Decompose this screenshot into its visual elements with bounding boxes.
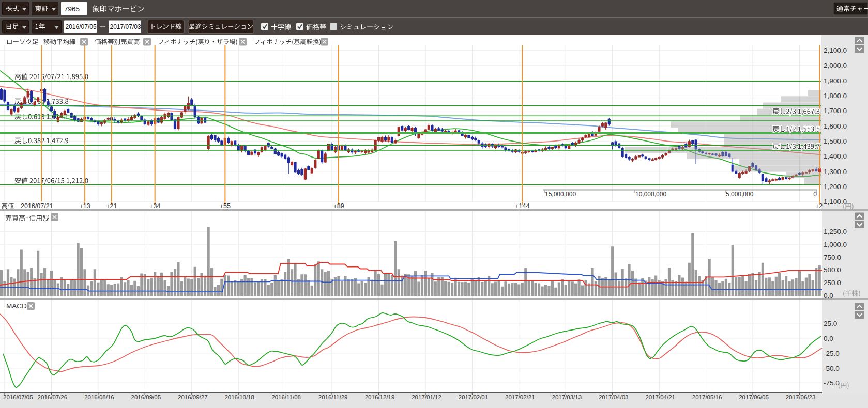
svg-text:2016/11/08: 2016/11/08 [271, 394, 301, 400]
svg-text:MACD: MACD [6, 302, 27, 310]
svg-text:7965: 7965 [64, 5, 80, 13]
svg-text:2017/05/16: 2017/05/16 [692, 394, 722, 400]
svg-text:0.0: 0.0 [824, 292, 833, 300]
svg-text:2016/10/18: 2016/10/18 [224, 394, 254, 400]
svg-text:+21: +21 [106, 202, 117, 210]
svg-text:1,600.0: 1,600.0 [824, 122, 847, 130]
svg-text:1,700.0: 1,700.0 [824, 107, 847, 115]
svg-text:2016/07/21: 2016/07/21 [21, 202, 53, 210]
svg-text:5,000,000: 5,000,000 [726, 191, 754, 198]
svg-text:1,900.0: 1,900.0 [824, 77, 847, 85]
svg-text:2016/07/26: 2016/07/26 [38, 394, 68, 400]
svg-text:-75.0: -75.0 [824, 379, 840, 387]
svg-text:1,500.0: 1,500.0 [824, 137, 847, 145]
svg-text:2017/02/21: 2017/02/21 [505, 394, 535, 400]
svg-text:1,250.0: 1,250.0 [824, 228, 847, 236]
svg-text:2016/09/27: 2016/09/27 [178, 394, 208, 400]
svg-text:1,200.0: 1,200.0 [824, 183, 847, 191]
svg-text:+34: +34 [149, 202, 160, 210]
svg-text:1,100.0: 1,100.0 [824, 198, 847, 206]
svg-text:1,800.0: 1,800.0 [824, 92, 847, 100]
svg-text:2017/03/13: 2017/03/13 [552, 394, 582, 400]
svg-text:2016/08/16: 2016/08/16 [84, 394, 114, 400]
svg-text:2017/06/23: 2017/06/23 [786, 394, 816, 400]
svg-text:2017/01/12: 2017/01/12 [412, 394, 441, 400]
svg-text:2,000.0: 2,000.0 [824, 61, 847, 69]
svg-text:+144: +144 [515, 202, 529, 210]
svg-text:+55: +55 [220, 202, 231, 210]
svg-text:2017/06/05: 2017/06/05 [739, 394, 769, 400]
svg-text:2017/07/03: 2017/07/03 [110, 23, 141, 30]
svg-text:750.0: 750.0 [824, 254, 841, 261]
svg-text:-25.0: -25.0 [824, 350, 840, 357]
svg-text:2017/02/01: 2017/02/01 [459, 394, 489, 400]
svg-text:2016/07/05: 2016/07/05 [66, 23, 97, 30]
svg-text:15,000,000: 15,000,000 [545, 191, 576, 198]
svg-text:2016/07/05: 2016/07/05 [3, 394, 33, 400]
svg-text:-50.0: -50.0 [824, 365, 840, 372]
svg-text:2017/04/03: 2017/04/03 [599, 394, 629, 400]
svg-text:2016/12/19: 2016/12/19 [365, 394, 395, 400]
svg-text:2,100.0: 2,100.0 [824, 46, 847, 54]
svg-text:2016/09/05: 2016/09/05 [131, 394, 161, 400]
svg-text:+13: +13 [79, 202, 90, 210]
svg-text:0: 0 [813, 191, 817, 198]
svg-text:10,000,000: 10,000,000 [635, 191, 666, 198]
svg-text:+89: +89 [333, 202, 344, 210]
svg-text:500.0: 500.0 [824, 266, 841, 274]
svg-text:1,000.0: 1,000.0 [824, 241, 847, 248]
svg-text:+2: +2 [815, 202, 823, 210]
svg-text:25.0: 25.0 [824, 320, 837, 327]
svg-text:0.0: 0.0 [824, 335, 833, 342]
svg-text:250.0: 250.0 [824, 279, 841, 287]
svg-text:1,300.0: 1,300.0 [824, 168, 847, 176]
svg-text:1,400.0: 1,400.0 [824, 152, 847, 160]
svg-text:2017/04/21: 2017/04/21 [645, 394, 675, 400]
svg-text:2016/11/29: 2016/11/29 [318, 394, 348, 400]
